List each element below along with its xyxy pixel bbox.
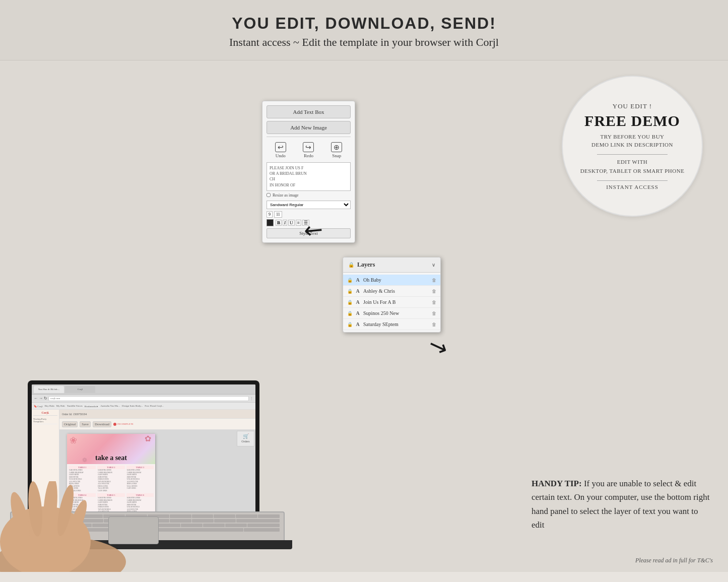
layer-lock-icon: 🔒 [347,278,352,283]
free-demo-badge-container: YOU EDIT ! FREE DEMO TRY BEFORE YOU BUY … [562,76,703,232]
main-title: YOU EDIT, DOWNLOAD, SEND! [10,14,718,33]
key-return[interactable] [247,524,280,527]
key[interactable] [170,514,191,518]
undo-icon-shape[interactable]: ↩ [275,142,286,152]
hand-svg [0,481,131,572]
bookmark-aus[interactable]: Australia You Wa... [100,405,120,407]
key[interactable] [159,524,180,527]
layer-item-saturday[interactable]: 🔒 A Saturday SEptem 🗑 [343,319,440,330]
floral-right: ✿ [145,434,151,443]
layer-trash-icon[interactable]: 🗑 [432,300,436,305]
badge-divider-1 [597,154,668,155]
layer-trash-icon[interactable]: 🗑 [432,311,436,316]
badge-divider-2 [597,180,668,181]
badge-free-demo-text: FREE DEMO [584,112,680,130]
floral-left: ❀ [70,435,77,446]
browser-tab-active[interactable]: Nan Hua dr Bk bdc... [34,386,64,393]
browser-menu[interactable]: ⋮ [250,397,253,401]
layer-item-join-us[interactable]: 🔒 A Join Us For A B 🗑 [343,297,440,308]
key[interactable] [192,514,214,518]
table-1-label: TABLE 1 [69,466,96,469]
key[interactable] [170,519,191,523]
resize-checkbox[interactable] [267,193,271,197]
layer-trash-icon[interactable]: 🗑 [432,289,436,294]
tool-download[interactable]: Download [93,421,111,427]
back-button[interactable]: ← [34,396,38,401]
bookmark-design[interactable]: Design Suite Body... [122,405,143,407]
key[interactable] [214,514,235,518]
add-text-box-button[interactable]: Add Text Box [267,105,351,118]
layer-name-join-us: Join Us For A B [363,299,429,305]
layer-trash-icon[interactable]: 🗑 [432,278,436,283]
layer-a-icon: A [355,277,361,283]
address-bar[interactable]: corjl.com [48,396,249,401]
key[interactable] [258,514,280,518]
tool-original[interactable]: Original [62,421,78,427]
font-select[interactable]: Sandward Regular [267,201,351,209]
snap-label: Snap [332,153,341,158]
free-demo-badge: YOU EDIT ! FREE DEMO TRY BEFORE YOU BUY … [562,76,703,217]
resize-checkbox-row: Resize as image [267,193,351,198]
snap-control: ⊕ Snap [331,142,342,158]
text-preview-area: PLEASE JOIN US F OR A BRIDAL BRUN CH IN … [267,162,351,191]
layers-header: 🔒 Layers ∨ [343,257,440,273]
add-new-image-button[interactable]: Add New Image [267,121,351,134]
badge-edit-with-text: EDIT WITH DESKTOP, TABLET OR SMART PHONE [580,158,685,175]
line-height-field[interactable]: 11 [274,211,282,218]
bookmark-more[interactable]: Bookmarks ▸ [85,405,98,408]
key-rshift[interactable] [244,528,280,532]
resize-label: Resize as image [273,193,299,198]
doc-floral-header: ❀ ✿ ❁ take a seat [67,434,155,464]
color-swatch[interactable] [267,219,274,226]
layer-item-oh-baby[interactable]: 🔒 A Oh Baby 🗑 [343,275,440,286]
bookmark-free[interactable]: Free Floral Corjl... [145,405,163,407]
key[interactable] [203,524,225,527]
browser-nav: ← → ↻ corjl.com ⋮ [32,395,255,403]
key[interactable] [192,519,214,523]
arrow-2: ↙ [424,330,451,362]
layer-a-icon: A [355,321,361,327]
key[interactable] [236,514,257,518]
browser-toolbar: Nan Hua dr Bk bdc... Corjl [32,384,255,395]
key[interactable] [214,519,236,523]
undo-redo-row: ↩ Undo ↪ Redo ⊕ Snap [267,140,351,160]
main-content: Nan Hua dr Bk bdc... Corjl ← → ↻ corjl.c… [0,60,728,572]
italic-button[interactable]: I [283,220,287,226]
bold-button[interactable]: B [276,220,282,226]
key[interactable] [181,524,203,527]
terms-text: Please read ad in full for T&C's [635,557,713,564]
layer-lock-icon: 🔒 [347,289,352,294]
handy-tip-section: HANDY TIP: If you are unable to select &… [532,477,713,532]
key[interactable] [225,524,247,527]
layer-item-ashley-chris[interactable]: 🔒 A Ashley & Chris 🗑 [343,286,440,297]
layer-item-supinos[interactable]: 🔒 A Supinos 250 New 🗑 [343,308,440,319]
bookmark-myhub[interactable]: My Hub [56,405,65,407]
refresh-button[interactable]: ↻ [44,396,47,401]
browser-tab[interactable]: Corjl [65,386,95,393]
align-left-button[interactable]: ≡ [296,220,301,226]
hand-overlay [0,481,131,572]
layers-chevron-icon[interactable]: ∨ [432,262,435,268]
redo-icon-shape[interactable]: ↪ [303,142,314,152]
main-subtitle: Instant access ~ Edit the template in yo… [10,36,718,49]
font-size-field[interactable]: 9 [267,211,273,218]
bookmark-turnitin[interactable]: TurnItIn Voices [67,405,83,407]
browser-bookmarks: 🔖 Corjl Hey Hula My Hub TurnItIn Voices … [32,403,255,410]
layer-trash-icon[interactable]: 🗑 [432,322,436,327]
layer-lock-icon: 🔒 [347,311,352,316]
bookmark-corjl[interactable]: 🔖 Corjl [34,405,43,408]
bookmark-heyhula[interactable]: Hey Hula [45,405,54,407]
tool-save[interactable]: Save [80,421,91,427]
orders-label: Orders [238,440,253,443]
corjl-toolbar: Original Save Download INCOMPLETE [59,419,255,430]
key-backspace[interactable] [236,519,280,523]
badge-try-text: TRY BEFORE YOU BUY DEMO LINK IN DESCRIPT… [591,133,673,149]
orders-icon[interactable]: 🛒 [238,432,253,440]
text-format-row: B I U ≡ ☰ [276,220,309,226]
layer-a-icon: A [355,310,361,316]
layer-lock-icon: 🔒 [347,300,352,305]
underline-button[interactable]: U [288,220,295,226]
layer-name-ashley-chris: Ashley & Chris [363,288,429,294]
snap-icon-shape[interactable]: ⊕ [331,142,342,152]
forward-button[interactable]: → [39,396,43,401]
